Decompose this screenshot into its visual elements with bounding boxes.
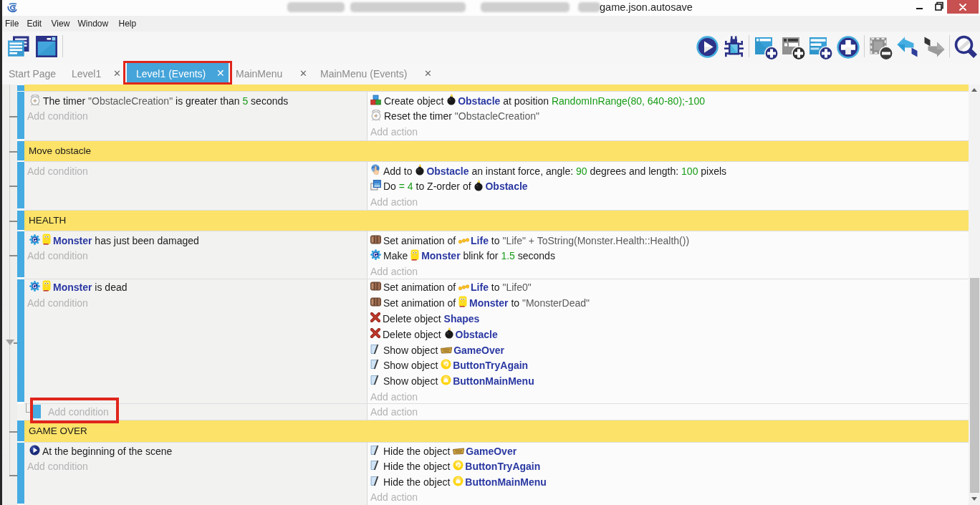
event-text: "Life0"	[502, 282, 531, 293]
event-line[interactable]: Show object ButtonTryAgain	[368, 357, 969, 373]
actions-cell[interactable]: Set animation of Life to "Life" + ToStri…	[368, 231, 969, 279]
actions-cell[interactable]: Add action	[368, 404, 969, 420]
event-line[interactable]: Add action	[368, 490, 969, 505]
scroll-up-icon[interactable]	[971, 88, 977, 92]
scene-editor-icon[interactable]	[36, 36, 57, 60]
add-event-icon[interactable]	[755, 37, 779, 63]
menu-item-help[interactable]: Help	[119, 16, 137, 32]
conditions-cell[interactable]: At the beginning of the sceneAdd conditi…	[24, 443, 367, 505]
event-line[interactable]: Add action	[368, 404, 969, 420]
conditions-cell[interactable]: Monster has just been damagedAdd conditi…	[24, 231, 367, 279]
add-placeholder[interactable]: Add condition	[27, 110, 88, 122]
event-line[interactable]: Do = 4 to Z-order of Obstacle	[368, 179, 969, 195]
event-text: degrees and length:	[587, 165, 682, 177]
tab-mainmenu-events-[interactable]: MainMenu (Events)	[320, 63, 407, 85]
redo-icon[interactable]	[924, 37, 945, 60]
event-line[interactable]: Show object ButtonMainMenu	[368, 373, 969, 389]
event-line[interactable]: Set animation of Monster to "MonsterDead…	[368, 295, 969, 311]
event-text: The timer	[43, 95, 88, 107]
scrollbar-thumb[interactable]	[970, 278, 979, 493]
add-placeholder[interactable]: Add action	[370, 266, 418, 277]
undo-icon[interactable]	[897, 37, 918, 60]
event-line[interactable]: Add action	[368, 124, 969, 140]
event-rail	[17, 231, 24, 277]
event-text: Monster	[53, 235, 92, 246]
event-line[interactable]: Hide the object GameOver	[368, 443, 969, 459]
gameover-thumb	[453, 446, 466, 457]
add-placeholder[interactable]: Add condition	[27, 250, 88, 261]
group-header-move-obstacle[interactable]: Move obstacle	[24, 140, 969, 161]
event-line[interactable]: The timer "ObstacleCreation" is greater …	[24, 93, 367, 109]
delete-event-icon[interactable]	[870, 37, 893, 63]
event-line[interactable]: Monster is dead	[24, 279, 367, 295]
add-placeholder[interactable]: Add action	[370, 406, 418, 418]
bomb-thumb	[446, 94, 458, 107]
group-header-health[interactable]: HEALTH	[24, 210, 969, 231]
event-line[interactable]: Add condition	[24, 109, 367, 125]
add-plus-icon[interactable]	[837, 36, 860, 62]
event-line[interactable]: Add action	[368, 194, 969, 210]
add-placeholder[interactable]: Add condition	[27, 297, 88, 309]
actions-cell[interactable]: Set animation of Life to "Life0"Set anim…	[368, 279, 969, 403]
event-text: seconds	[515, 250, 555, 261]
event-line[interactable]: Reset the timer "ObstacleCreation"	[368, 109, 969, 125]
conditions-cell[interactable]: Monster is deadAdd condition	[24, 279, 367, 403]
close-button[interactable]	[947, 0, 979, 14]
group-header-partial[interactable]	[24, 85, 969, 91]
event-line[interactable]: Set animation of Life to "Life0"	[368, 279, 969, 295]
close-tab-icon[interactable]: ✕	[424, 63, 432, 85]
minimize-button[interactable]	[909, 0, 928, 14]
event-line[interactable]: Add condition	[24, 459, 367, 475]
conditions-cell[interactable]: The timer "ObstacleCreation" is greater …	[24, 92, 367, 140]
close-tab-icon[interactable]: ✕	[113, 63, 121, 85]
close-tab-icon[interactable]: ✕	[299, 63, 307, 85]
event-line[interactable]: Delete object Shapes	[368, 311, 969, 327]
add-placeholder[interactable]: Add condition	[27, 165, 88, 177]
event-line[interactable]: Add to Obstacle an instant force, angle:…	[368, 163, 969, 179]
add-placeholder[interactable]: Add action	[370, 196, 418, 208]
event-line[interactable]: Create object Obstacle at position Rando…	[368, 93, 969, 109]
actions-cell[interactable]: Create object Obstacle at position Rando…	[368, 92, 969, 140]
event-line[interactable]: Add action	[368, 389, 969, 405]
event-line[interactable]: Show object GameOver	[368, 342, 969, 358]
event-line[interactable]: Monster has just been damaged	[24, 233, 367, 249]
add-placeholder[interactable]: Add action	[370, 391, 418, 403]
scroll-down-icon[interactable]	[971, 497, 977, 501]
event-line[interactable]: Set animation of Life to "Life" + ToStri…	[368, 233, 969, 249]
add-subevent-icon[interactable]	[782, 37, 806, 63]
menu-item-view[interactable]: View	[52, 16, 70, 32]
play-icon[interactable]	[696, 36, 719, 61]
menu-item-window[interactable]: Window	[78, 16, 109, 32]
add-placeholder[interactable]: Add condition	[27, 461, 88, 472]
event-line[interactable]: Delete object Obstacle	[368, 327, 969, 342]
add-placeholder[interactable]: Add action	[370, 126, 418, 138]
actions-cell[interactable]: Hide the object GameOverHide the object …	[368, 443, 969, 505]
tab-mainmenu[interactable]: MainMenu	[236, 63, 282, 85]
add-comment-icon[interactable]	[810, 37, 833, 63]
event-line[interactable]: Add action	[368, 264, 969, 279]
add-placeholder[interactable]: Add action	[370, 491, 418, 503]
actions-cell[interactable]: Add to Obstacle an instant force, angle:…	[368, 162, 969, 210]
menu-item-edit[interactable]: Edit	[27, 16, 42, 32]
event-line[interactable]: At the beginning of the scene	[24, 443, 367, 459]
project-manager-icon[interactable]	[8, 36, 29, 60]
event-line[interactable]: Add condition	[24, 295, 367, 311]
tab-start-page[interactable]: Start Page	[9, 63, 56, 85]
event-line[interactable]: Hide the object ButtonTryAgain	[368, 459, 969, 475]
toolbar-separator	[864, 35, 865, 57]
event-text: At the beginning of the scene	[42, 446, 172, 457]
event-rail	[17, 211, 24, 230]
conditions-cell[interactable]: Add condition	[24, 162, 367, 210]
event-line[interactable]: Add condition	[24, 249, 367, 264]
group-header-game-over[interactable]: GAME OVER	[24, 420, 969, 442]
event-text: to	[489, 235, 502, 246]
restore-button[interactable]	[928, 0, 947, 14]
tab-level1[interactable]: Level1	[72, 63, 101, 85]
event-line[interactable]: Make Monster blink for 1.5 seconds	[368, 249, 969, 264]
event-line[interactable]: Hide the object ButtonMainMenu	[368, 474, 969, 490]
event-line[interactable]: Add condition	[24, 163, 367, 179]
menu-item-file[interactable]: File	[5, 16, 19, 32]
debug-icon[interactable]	[724, 35, 744, 60]
vertical-scrollbar[interactable]	[969, 85, 980, 505]
search-icon[interactable]	[954, 35, 978, 62]
